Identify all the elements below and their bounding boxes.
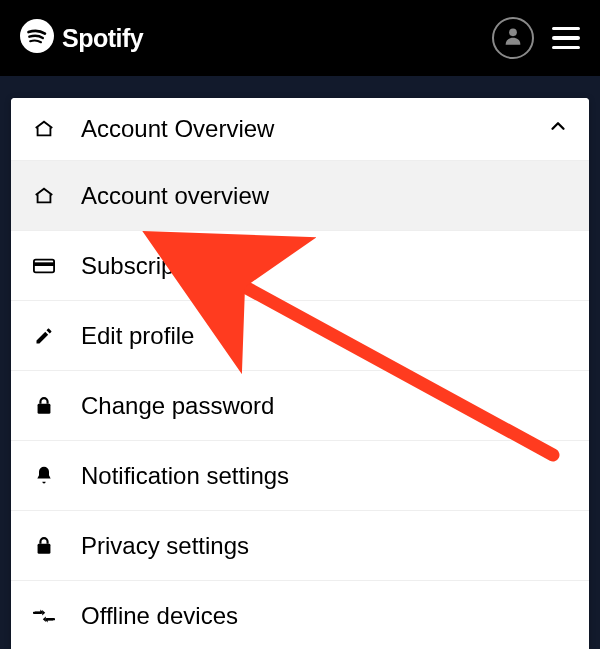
svg-marker-8 [43,616,46,622]
hamburger-icon [552,27,580,31]
svg-rect-3 [34,262,54,266]
svg-rect-4 [38,403,51,413]
pencil-icon [31,323,57,349]
brand[interactable]: Spotify [20,19,143,57]
menu-item-label: Account overview [81,182,569,210]
header-right-controls [492,17,580,59]
profile-button[interactable] [492,17,534,59]
menu-item-privacy-settings[interactable]: Privacy settings [11,510,589,580]
menu-header[interactable]: Account Overview [11,98,589,160]
menu-item-label: Change password [81,392,569,420]
menu-item-change-password[interactable]: Change password [11,370,589,440]
svg-rect-5 [38,543,51,553]
menu-item-label: Edit profile [81,322,569,350]
brand-name: Spotify [62,24,143,53]
menu-item-label: Notification settings [81,462,569,490]
lock-icon [31,393,57,419]
menu-item-subscription[interactable]: Subscription [11,230,589,300]
bell-icon [31,463,57,489]
home-icon [31,116,57,142]
menu-item-label: Privacy settings [81,532,569,560]
svg-point-1 [509,28,517,36]
menu-item-label: Offline devices [81,602,569,630]
home-icon [31,183,57,209]
chevron-up-icon [547,115,569,143]
menu-button[interactable] [552,27,580,50]
menu-item-edit-profile[interactable]: Edit profile [11,300,589,370]
menu-item-account-overview[interactable]: Account overview [11,160,589,230]
account-menu-panel: Account Overview Account overview Subscr… [11,98,589,649]
menu-item-notification-settings[interactable]: Notification settings [11,440,589,510]
spotify-logo-icon [20,19,54,57]
person-icon [502,25,524,51]
top-bar: Spotify [0,0,600,76]
card-icon [31,253,57,279]
menu-header-label: Account Overview [81,115,274,143]
offline-icon [31,603,57,629]
menu-item-label: Subscription [81,252,569,280]
menu-item-offline-devices[interactable]: Offline devices [11,580,589,649]
lock-icon [31,533,57,559]
